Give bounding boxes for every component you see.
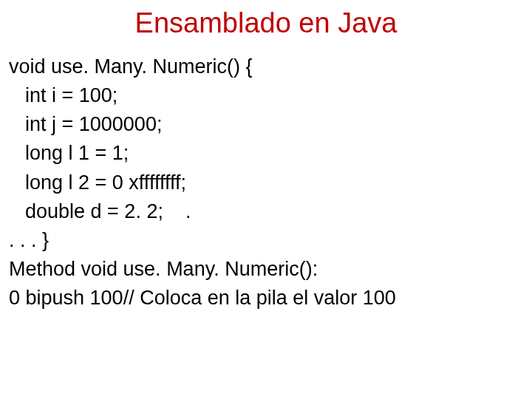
code-line: long l 2 = 0 xffffffff; (9, 168, 523, 197)
code-line: long l 1 = 1; (9, 139, 523, 168)
code-line: . . . } (9, 226, 523, 255)
code-line: int i = 100; (9, 81, 523, 110)
slide: Ensamblado en Java void use. Many. Numer… (0, 0, 532, 399)
code-line: 0 bipush 100// Coloca en la pila el valo… (9, 284, 523, 313)
slide-title: Ensamblado en Java (9, 7, 523, 39)
code-line: Method void use. Many. Numeric(): (9, 255, 523, 284)
code-line: int j = 1000000; (9, 110, 523, 139)
code-line: double d = 2. 2; . (9, 197, 523, 226)
code-line: void use. Many. Numeric() { (9, 52, 523, 81)
slide-body: void use. Many. Numeric() { int i = 100;… (9, 52, 523, 313)
